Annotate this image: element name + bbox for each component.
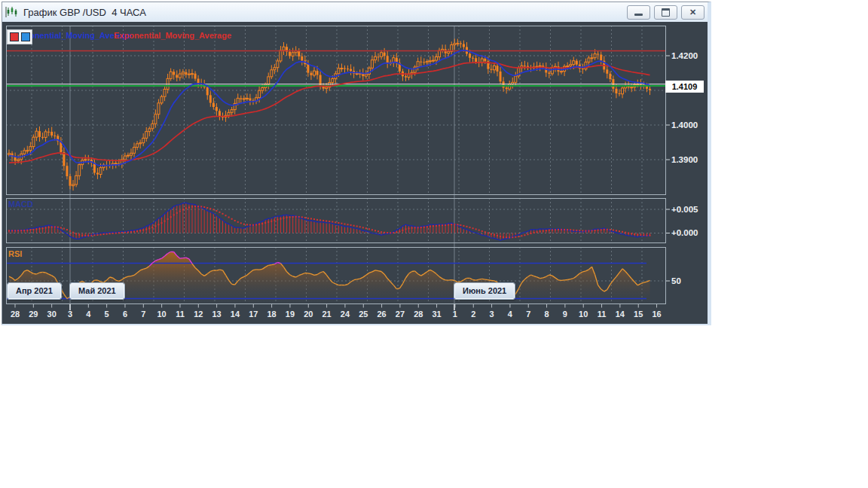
chart-canvas[interactable] <box>2 22 708 324</box>
x-axis-label: 4 <box>78 310 98 319</box>
x-axis-label: 6 <box>115 310 135 319</box>
axis-ticks <box>15 56 670 308</box>
indicator-chip-box[interactable] <box>7 29 32 44</box>
x-axis-label: 14 <box>610 310 630 319</box>
x-axis-label: 31 <box>427 310 447 319</box>
chart-content: Exponential_Moving_Average Exponential_M… <box>2 22 708 324</box>
blue-indicator-chip[interactable] <box>21 32 30 41</box>
x-axis-label: 16 <box>647 310 667 319</box>
x-axis-label: 4 <box>500 310 520 319</box>
panel-border <box>7 199 666 243</box>
x-axis-label: 21 <box>317 310 337 319</box>
x-axis-label: 30 <box>42 310 62 319</box>
x-axis-label: 17 <box>243 310 263 319</box>
x-axis-label: 27 <box>390 310 410 319</box>
x-axis-label: 9 <box>555 310 575 319</box>
x-axis-label: 26 <box>372 310 392 319</box>
x-axis-label: 25 <box>353 310 373 319</box>
x-axis-label: 8 <box>537 310 557 319</box>
ema-slow-line <box>9 63 650 163</box>
macd-layer <box>8 203 651 240</box>
x-axis-label: 28 <box>408 310 428 319</box>
x-axis-label: 11 <box>170 310 190 319</box>
x-axis-label: 20 <box>298 310 318 319</box>
x-axis-label: 10 <box>573 310 593 319</box>
x-axis-label: 29 <box>23 310 43 319</box>
x-axis-label: 1 <box>445 310 465 319</box>
x-axis-label: 19 <box>280 310 300 319</box>
title-bar[interactable]: График GBP /USD 4 ЧАСА ✕ <box>2 2 708 23</box>
candlestick-chart-icon <box>5 6 19 18</box>
x-axis-label: 3 <box>60 310 80 319</box>
x-axis-label: 7 <box>133 310 153 319</box>
maximize-icon <box>662 8 670 17</box>
x-axis-label: 7 <box>518 310 538 319</box>
x-axis-label: 15 <box>628 310 648 319</box>
minimize-button[interactable] <box>627 5 650 20</box>
desktop: { "window": { "title": "График GBP /USD … <box>0 0 868 488</box>
x-axis-label: 3 <box>482 310 502 319</box>
x-axis-label: 11 <box>592 310 612 319</box>
candles-layer <box>8 38 652 191</box>
x-axis-label: 28 <box>5 310 25 319</box>
rsi-layer <box>7 252 650 304</box>
window-title: График GBP /USD 4 ЧАСА <box>23 7 146 18</box>
red-indicator-chip[interactable] <box>10 32 19 41</box>
x-axis-label: 10 <box>152 310 172 319</box>
x-axis-label: 5 <box>97 310 117 319</box>
chart-window: График GBP /USD 4 ЧАСА ✕ Exponential_Mov… <box>2 2 711 325</box>
close-icon: ✕ <box>689 8 696 17</box>
maximize-button[interactable] <box>654 5 677 20</box>
x-axis-label: 13 <box>207 310 227 319</box>
x-axis-label: 2 <box>463 310 483 319</box>
minimize-icon <box>634 14 643 16</box>
x-axis-label: 24 <box>335 310 355 319</box>
close-button[interactable]: ✕ <box>681 5 704 20</box>
x-axis-label: 14 <box>225 310 245 319</box>
x-axis-label: 18 <box>262 310 282 319</box>
x-axis-label: 12 <box>188 310 208 319</box>
